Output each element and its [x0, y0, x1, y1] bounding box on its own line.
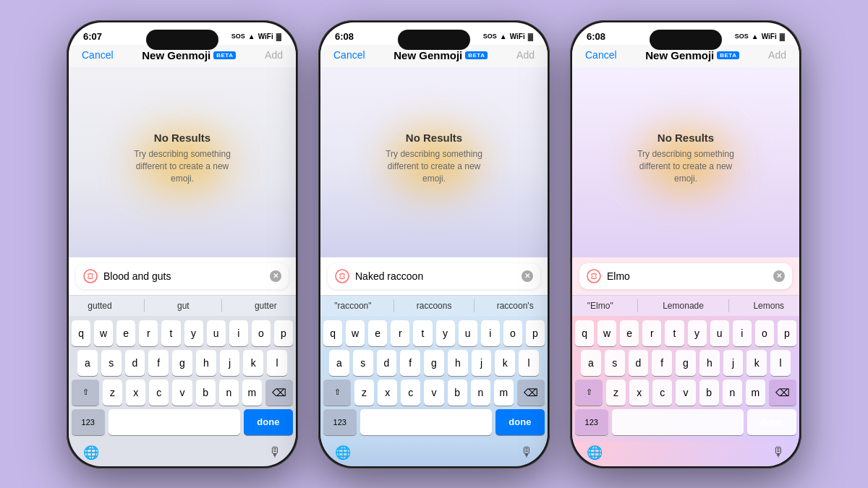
key-shift-3[interactable]: ⇧ — [575, 380, 603, 406]
globe-icon-3[interactable]: 🌐 — [587, 445, 603, 461]
key-123-1[interactable]: 123 — [72, 409, 105, 435]
autocomplete-item-1-2[interactable]: gutter — [249, 299, 283, 313]
add-button-2[interactable]: Add — [516, 49, 535, 61]
key-w-2[interactable]: w — [346, 320, 365, 346]
key-s-2[interactable]: s — [353, 350, 373, 376]
autocomplete-item-2-2[interactable]: raccoon's — [491, 299, 540, 313]
autocomplete-item-3-0[interactable]: "Elmo" — [582, 299, 619, 313]
key-h-1[interactable]: h — [196, 350, 216, 376]
key-u-1[interactable]: u — [207, 320, 226, 346]
key-g-3[interactable]: g — [676, 350, 696, 376]
key-g-1[interactable]: g — [172, 350, 192, 376]
key-f-1[interactable]: f — [148, 350, 169, 376]
key-r-3[interactable]: r — [642, 320, 661, 346]
key-e-3[interactable]: e — [620, 320, 639, 346]
key-y-3[interactable]: y — [688, 320, 707, 346]
key-v-3[interactable]: v — [676, 380, 695, 406]
add-button-1[interactable]: Add — [265, 49, 283, 61]
add-button-3[interactable]: Add — [768, 49, 786, 61]
key-d-2[interactable]: d — [377, 350, 397, 376]
key-e-1[interactable]: e — [116, 320, 135, 346]
key-q-2[interactable]: q — [323, 320, 342, 346]
key-b-3[interactable]: b — [699, 380, 719, 406]
key-r-1[interactable]: r — [139, 320, 158, 346]
key-123-3[interactable]: 123 — [575, 409, 608, 435]
key-r-2[interactable]: r — [391, 320, 409, 346]
key-q-3[interactable]: q — [575, 320, 594, 346]
key-y-1[interactable]: y — [184, 320, 203, 346]
key-t-2[interactable]: t — [413, 320, 432, 346]
cancel-button-2[interactable]: Cancel — [333, 49, 365, 61]
key-a-3[interactable]: a — [581, 350, 601, 376]
key-b-2[interactable]: b — [448, 380, 467, 406]
key-k-2[interactable]: k — [495, 350, 515, 376]
key-u-3[interactable]: u — [710, 320, 729, 346]
key-c-3[interactable]: c — [652, 380, 672, 406]
clear-button-3[interactable]: ✕ — [773, 270, 785, 282]
clear-button-2[interactable]: ✕ — [522, 270, 533, 282]
key-j-3[interactable]: j — [723, 350, 744, 376]
key-o-2[interactable]: o — [503, 320, 522, 346]
cancel-button-1[interactable]: Cancel — [82, 49, 114, 61]
key-123-2[interactable]: 123 — [323, 409, 357, 435]
key-l-1[interactable]: l — [267, 350, 287, 376]
key-delete-2[interactable]: ⌫ — [517, 380, 545, 406]
key-s-1[interactable]: s — [101, 350, 122, 376]
key-m-3[interactable]: m — [746, 380, 765, 406]
key-q-1[interactable]: q — [72, 320, 90, 346]
key-h-2[interactable]: h — [448, 350, 468, 376]
key-i-1[interactable]: i — [229, 320, 248, 346]
key-x-3[interactable]: x — [629, 380, 649, 406]
key-g-2[interactable]: g — [424, 350, 444, 376]
key-k-3[interactable]: k — [746, 350, 767, 376]
key-v-2[interactable]: v — [424, 380, 443, 406]
autocomplete-item-2-1[interactable]: raccoons — [411, 299, 458, 313]
key-k-1[interactable]: k — [243, 350, 263, 376]
key-t-1[interactable]: t — [161, 320, 180, 346]
key-z-1[interactable]: z — [103, 380, 122, 406]
key-w-1[interactable]: w — [94, 320, 113, 346]
key-a-1[interactable]: a — [77, 350, 98, 376]
mic-icon-3[interactable]: 🎙 — [772, 445, 785, 460]
key-shift-1[interactable]: ⇧ — [72, 380, 99, 406]
key-n-3[interactable]: n — [723, 380, 742, 406]
key-c-1[interactable]: c — [149, 380, 169, 406]
key-space-1[interactable] — [109, 409, 240, 435]
autocomplete-item-1-0[interactable]: gutted — [82, 299, 117, 313]
key-d-3[interactable]: d — [629, 350, 649, 376]
key-o-1[interactable]: o — [252, 320, 271, 346]
key-u-2[interactable]: u — [459, 320, 477, 346]
key-j-2[interactable]: j — [472, 350, 492, 376]
mic-icon-2[interactable]: 🎙 — [520, 445, 533, 460]
key-i-3[interactable]: i — [733, 320, 752, 346]
autocomplete-item-1-1[interactable]: gut — [171, 299, 195, 313]
key-l-2[interactable]: l — [519, 350, 539, 376]
key-m-1[interactable]: m — [242, 380, 262, 406]
mic-icon-1[interactable]: 🎙 — [268, 445, 281, 460]
key-delete-3[interactable]: ⌫ — [769, 380, 796, 406]
search-field-1[interactable]: Blood and guts ✕ — [76, 263, 289, 289]
key-space-2[interactable] — [360, 409, 492, 435]
key-done-1[interactable]: done — [244, 409, 293, 435]
autocomplete-item-2-0[interactable]: "raccoon" — [328, 299, 377, 313]
key-shift-2[interactable]: ⇧ — [323, 380, 351, 406]
autocomplete-item-3-1[interactable]: Lemonade — [657, 299, 710, 313]
key-n-2[interactable]: n — [471, 380, 490, 406]
key-y-2[interactable]: y — [436, 320, 455, 346]
key-p-3[interactable]: p — [778, 320, 796, 346]
key-p-2[interactable]: p — [526, 320, 545, 346]
clear-button-1[interactable]: ✕ — [270, 270, 281, 282]
search-field-2[interactable]: Naked raccoon ✕ — [328, 263, 540, 289]
key-s-3[interactable]: s — [605, 350, 625, 376]
autocomplete-item-3-2[interactable]: Lemons — [747, 299, 790, 313]
key-v-1[interactable]: v — [172, 380, 192, 406]
key-f-2[interactable]: f — [400, 350, 420, 376]
key-p-1[interactable]: p — [274, 320, 293, 346]
key-b-1[interactable]: b — [196, 380, 216, 406]
key-space-3[interactable] — [612, 409, 744, 435]
key-f-3[interactable]: f — [652, 350, 672, 376]
key-done-3[interactable]: done — [747, 409, 796, 435]
key-x-2[interactable]: x — [378, 380, 397, 406]
key-c-2[interactable]: c — [401, 380, 420, 406]
key-e-2[interactable]: e — [368, 320, 387, 346]
